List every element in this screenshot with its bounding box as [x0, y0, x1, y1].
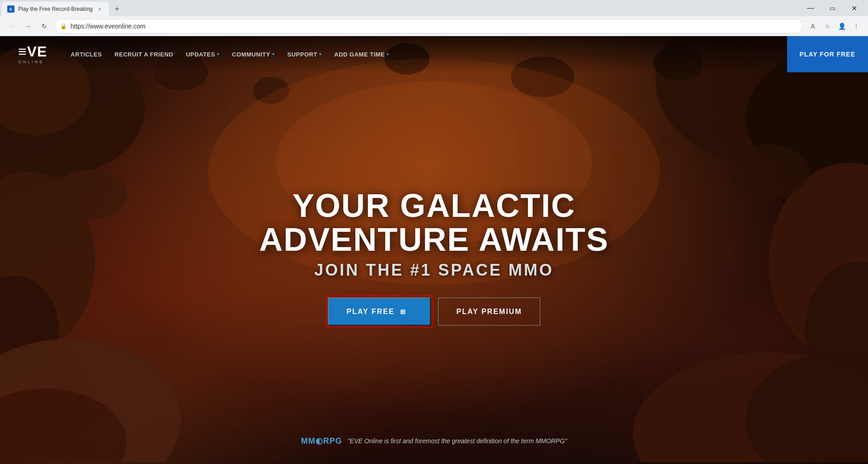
maximize-button[interactable]: ▭: [822, 2, 843, 14]
play-free-button[interactable]: PLAY FREE ⊞: [328, 297, 431, 325]
svg-point-18: [728, 145, 809, 199]
main-navigation: ARTICLES RECRUIT A FRIEND UPDATES ▾ COMM…: [65, 47, 807, 61]
hero-subtitle: JOIN THE #1 SPACE MMO: [217, 260, 651, 279]
nav-community[interactable]: COMMUNITY ▾: [226, 47, 280, 61]
svg-point-17: [54, 169, 127, 219]
play-for-free-header-button[interactable]: PLAY FOR FREE: [787, 36, 868, 72]
profile-button[interactable]: 👤: [835, 20, 848, 33]
security-icon: 🔒: [60, 23, 67, 29]
address-bar[interactable]: 🔒 https://www.eveonline.com: [54, 19, 803, 33]
attribution-quote: "EVE Online is first and foremost the gr…: [348, 437, 567, 445]
play-premium-button[interactable]: PLAY PREMIUM: [438, 297, 541, 325]
webpage-content: ≡VE ONLINE ARTICLES RECRUIT A FRIEND UPD…: [0, 36, 868, 464]
support-arrow-icon: ▾: [319, 52, 322, 56]
close-window-button[interactable]: ✕: [844, 2, 864, 14]
add-game-time-arrow-icon: ▾: [387, 52, 389, 56]
logo-online-text: ONLINE: [18, 60, 44, 64]
play-free-label: PLAY FREE: [347, 307, 395, 315]
logo-eve-text: ≡VE: [18, 44, 47, 59]
eve-logo[interactable]: ≡VE ONLINE: [18, 44, 47, 64]
mmorpg-logo: MM◐RPG: [301, 436, 342, 446]
tab-title: Play the Free Record-Breaking: [18, 6, 93, 12]
hero-title: YOUR GALACTIC ADVENTURE AWAITS: [217, 188, 651, 257]
active-tab[interactable]: E Play the Free Record-Breaking ×: [2, 2, 109, 16]
bookmark-button[interactable]: ☆: [821, 20, 834, 33]
browser-actions: A ☆ 👤 ⋮: [807, 20, 863, 33]
windows-icon: ⊞: [400, 308, 406, 315]
play-premium-label: PLAY PREMIUM: [457, 307, 522, 315]
translate-button[interactable]: A: [807, 20, 819, 33]
nav-articles[interactable]: ARTICLES: [65, 47, 107, 61]
browser-window: E Play the Free Record-Breaking × + — ▭ …: [0, 0, 868, 464]
updates-arrow-icon: ▾: [217, 52, 220, 56]
nav-add-game-time[interactable]: ADD GAME TIME ▾: [329, 47, 394, 61]
url-text: https://www.eveonline.com: [71, 23, 797, 30]
nav-support[interactable]: SUPPORT ▾: [282, 47, 327, 61]
browser-menu-button[interactable]: ⋮: [850, 20, 863, 33]
nav-recruit[interactable]: RECRUIT A FRIEND: [109, 47, 179, 61]
tab-close-button[interactable]: ×: [96, 5, 104, 13]
hero-cta-buttons: PLAY FREE ⊞ PLAY PREMIUM: [217, 297, 651, 325]
attribution-section: MM◐RPG "EVE Online is first and foremost…: [301, 436, 567, 446]
community-arrow-icon: ▾: [272, 52, 275, 56]
reload-button[interactable]: ↻: [38, 20, 51, 33]
forward-button[interactable]: →: [22, 20, 34, 33]
new-tab-button[interactable]: +: [111, 3, 123, 15]
tab-favicon: E: [7, 5, 14, 13]
browser-nav-bar: ← → ↻ 🔒 https://www.eveonline.com A ☆ 👤 …: [0, 16, 868, 36]
site-header: ≡VE ONLINE ARTICLES RECRUIT A FRIEND UPD…: [0, 36, 868, 72]
hero-content-section: YOUR GALACTIC ADVENTURE AWAITS JOIN THE …: [217, 188, 651, 325]
nav-updates[interactable]: UPDATES ▾: [180, 47, 225, 61]
back-button[interactable]: ←: [5, 20, 18, 33]
tab-bar: E Play the Free Record-Breaking × + — ▭ …: [0, 0, 868, 16]
minimize-button[interactable]: —: [800, 2, 821, 14]
